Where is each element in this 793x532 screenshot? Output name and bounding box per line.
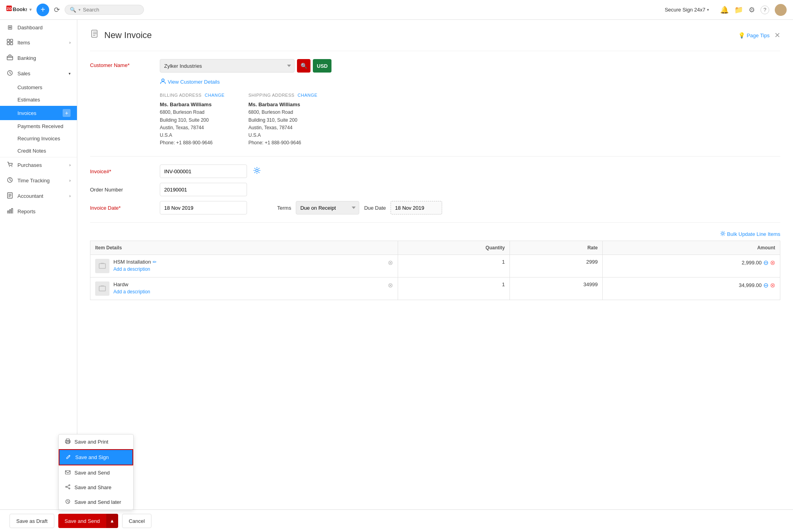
item-add-desc-2[interactable]: Add a description <box>113 289 384 295</box>
sidebar-item-recurring-invoices[interactable]: Recurring Invoices <box>0 132 77 145</box>
invoice-num-label: Invoice#* <box>90 168 153 174</box>
page-tips-link[interactable]: 💡 Page Tips <box>738 32 770 38</box>
sidebar-label-purchases: Purchases <box>17 162 42 168</box>
row-remove-btn-1[interactable]: ⊗ <box>770 259 775 266</box>
svg-point-28 <box>69 488 70 489</box>
dropdown-save-sign[interactable]: Save and Sign <box>59 449 133 465</box>
sidebar-label-recurring: Recurring Invoices <box>17 136 60 142</box>
item-remove-btn-1[interactable]: ⊗ <box>388 259 393 266</box>
sidebar-item-dashboard[interactable]: ⊞ Dashboard <box>0 20 77 35</box>
sales-icon <box>6 70 13 77</box>
row-minus-btn-1[interactable]: ⊖ <box>763 259 768 266</box>
invoice-date-input[interactable] <box>160 201 247 214</box>
invoice-num-input[interactable] <box>160 165 247 178</box>
address-section: BILLING ADDRESS CHANGE Ms. Barbara Willi… <box>160 92 780 147</box>
search-icon: 🔍 <box>70 7 76 13</box>
share-icon <box>65 484 71 491</box>
currency-button[interactable]: USD <box>313 59 331 73</box>
billing-city: Austin, Texas, 78744 <box>160 124 224 132</box>
user-avatar[interactable] <box>775 4 787 16</box>
sidebar-item-purchases[interactable]: Purchases › <box>0 157 77 173</box>
item-details-cell-2: Hardw Add a description ⊗ <box>90 277 398 300</box>
page-header: New Invoice 💡 Page Tips ✕ <box>90 29 780 41</box>
sidebar-item-accountant[interactable]: Accountant › <box>0 188 77 204</box>
save-send-button[interactable]: Save and Send <box>58 514 106 528</box>
table-row: Hardw Add a description ⊗ 1 34999 <box>90 277 780 300</box>
search-input[interactable] <box>83 7 134 13</box>
settings-icon[interactable]: ⚙ <box>749 6 755 14</box>
save-draft-button[interactable]: Save as Draft <box>10 514 54 528</box>
item-add-desc-1[interactable]: Add a description <box>113 266 384 272</box>
bulk-update-link[interactable]: Bulk Update Line Items <box>720 231 780 237</box>
customer-name-select[interactable]: Zylker Industries <box>160 59 295 73</box>
time-chevron: › <box>69 178 71 183</box>
cancel-button[interactable]: Cancel <box>122 514 151 528</box>
sidebar-label-sales: Sales <box>17 71 31 77</box>
billing-suite: Building 310, Suite 200 <box>160 117 224 124</box>
row-remove-btn-2[interactable]: ⊗ <box>770 281 775 289</box>
quantity-cell-2: 1 <box>398 277 510 300</box>
invoice-num-settings-button[interactable] <box>253 167 261 176</box>
billing-address-block: BILLING ADDRESS CHANGE Ms. Barbara Willi… <box>160 92 224 147</box>
accountant-icon <box>6 192 13 200</box>
dropdown-save-send[interactable]: Save and Send <box>59 465 133 480</box>
app-logo[interactable]: ZOHO Books ▾ <box>6 6 32 14</box>
svg-point-16 <box>162 79 164 81</box>
row-minus-btn-2[interactable]: ⊖ <box>763 281 768 289</box>
purchases-chevron: › <box>69 163 71 167</box>
amount-cell-2: 34,999.00 ⊖ ⊗ <box>603 277 780 300</box>
shipping-address-header: SHIPPING ADDRESS CHANGE <box>248 92 317 99</box>
sidebar-item-items[interactable]: Items › <box>0 35 77 50</box>
sidebar-item-reports[interactable]: Reports <box>0 204 77 219</box>
sidebar-item-invoices[interactable]: Invoices + <box>0 106 77 120</box>
item-details-cell-1: HSM Installation ✏ Add a description ⊗ <box>90 255 398 277</box>
dropdown-save-print[interactable]: Save and Print <box>59 434 133 449</box>
sidebar-item-sales[interactable]: Sales ▾ <box>0 66 77 81</box>
sidebar-label-reports: Reports <box>17 209 36 214</box>
view-customer-row: View Customer Details <box>160 78 780 86</box>
invoices-add-icon[interactable]: + <box>63 109 71 117</box>
sidebar-item-estimates[interactable]: Estimates <box>0 94 77 106</box>
history-button[interactable]: ⟳ <box>54 6 60 14</box>
sidebar-item-banking[interactable]: Banking <box>0 50 77 66</box>
add-button[interactable]: + <box>36 4 49 16</box>
svg-text:Books: Books <box>13 6 27 12</box>
search-dropdown-icon[interactable]: ▾ <box>79 8 80 12</box>
sidebar-item-time-tracking[interactable]: Time Tracking › <box>0 173 77 188</box>
sidebar-item-payments-received[interactable]: Payments Received <box>0 120 77 132</box>
terms-select[interactable]: Due on Receipt <box>296 201 359 214</box>
view-customer-label: View Customer Details <box>168 79 220 85</box>
person-icon <box>160 78 166 86</box>
billing-street: 6800, Burleson Road <box>160 109 224 116</box>
view-customer-link[interactable]: View Customer Details <box>160 78 780 86</box>
chevron-down-icon[interactable]: ▾ <box>29 7 32 12</box>
shipping-suite: Building 310, Suite 200 <box>248 117 317 124</box>
close-button[interactable]: ✕ <box>774 31 780 40</box>
billing-change-link[interactable]: CHANGE <box>205 92 224 99</box>
sidebar-label-credit-notes: Credit Notes <box>17 148 46 154</box>
help-icon[interactable]: ? <box>760 6 769 14</box>
sidebar-label-accountant: Accountant <box>17 193 43 199</box>
due-date-input[interactable] <box>391 201 442 214</box>
sidebar-label-customers: Customers <box>17 84 42 90</box>
secure-sign[interactable]: Secure Sign 24x7 ▾ <box>665 7 709 13</box>
folder-icon[interactable]: 📁 <box>734 6 743 14</box>
shipping-phone: Phone: +1 888-900-9646 <box>248 139 317 147</box>
svg-rect-8 <box>10 42 13 45</box>
item-edit-icon-1[interactable]: ✏ <box>153 259 157 265</box>
shipping-change-link[interactable]: CHANGE <box>298 92 318 99</box>
order-number-input[interactable] <box>160 183 247 196</box>
bell-icon[interactable]: 🔔 <box>720 6 729 14</box>
dropdown-save-later[interactable]: Save and Send later <box>59 495 133 509</box>
item-remove-btn-2[interactable]: ⊗ <box>388 281 393 289</box>
sidebar-item-customers[interactable]: Customers <box>0 81 77 94</box>
customer-search-button[interactable]: 🔍 <box>297 59 310 73</box>
search-box[interactable]: 🔍 ▾ <box>65 5 144 15</box>
col-rate: Rate <box>510 241 603 255</box>
item-name-2: Hardw <box>113 281 384 287</box>
dropdown-save-share[interactable]: Save and Share <box>59 480 133 495</box>
items-chevron: › <box>69 40 71 45</box>
sidebar-item-credit-notes[interactable]: Credit Notes <box>0 145 77 157</box>
save-send-dropdown-button[interactable]: ▲ <box>106 514 118 528</box>
shipping-city: Austin, Texas, 78744 <box>248 124 317 132</box>
